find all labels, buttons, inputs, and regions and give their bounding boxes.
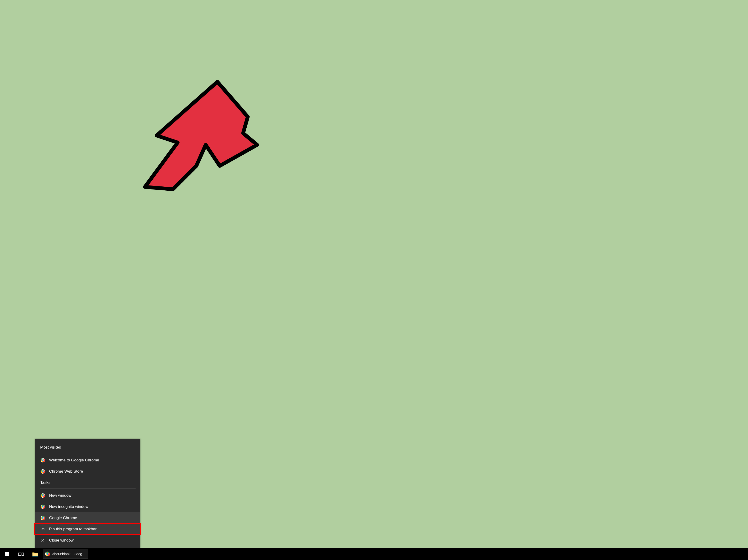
annotation-arrow-icon xyxy=(131,77,262,199)
desktop[interactable]: Most visited Welcome to Google Chrome xyxy=(0,0,299,224)
